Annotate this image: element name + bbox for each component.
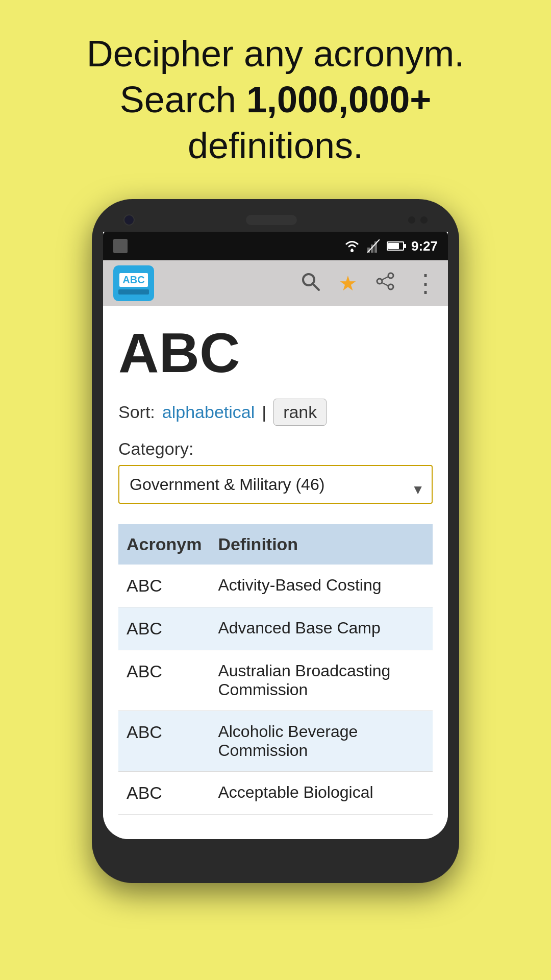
col-header-acronym: Acronym <box>118 524 210 565</box>
more-options-icon[interactable]: ⋮ <box>413 269 438 298</box>
cell-definition: Alcoholic Beverage Commission <box>210 711 433 772</box>
table-row[interactable]: ABCAcceptable Biological <box>118 772 433 815</box>
phone-top <box>103 214 448 226</box>
app-toolbar: ABC ★ <box>103 260 448 306</box>
svg-line-11 <box>382 283 388 286</box>
table-body: ABCActivity-Based CostingABCAdvanced Bas… <box>118 565 433 815</box>
screen-content: ABC Sort: alphabetical | rank Category: … <box>103 306 448 839</box>
cell-acronym: ABC <box>118 607 210 650</box>
table-header-row: Acronym Definition <box>118 524 433 565</box>
cell-acronym: ABC <box>118 565 210 607</box>
svg-line-10 <box>382 277 388 280</box>
hero-section: Decipher any acronym. Search 1,000,000+ … <box>0 0 551 189</box>
cell-acronym: ABC <box>118 711 210 772</box>
phone-screen: 9:27 ABC ★ <box>103 232 448 839</box>
search-icon[interactable] <box>300 271 320 296</box>
hero-line2-bold: 1,000,000+ <box>246 79 431 120</box>
status-time: 9:27 <box>411 238 438 254</box>
svg-point-0 <box>350 249 354 252</box>
toolbar-icons: ★ ⋮ <box>300 269 438 298</box>
svg-point-9 <box>388 284 393 289</box>
sort-label: Sort: <box>118 402 155 422</box>
speaker-grille <box>246 215 297 225</box>
sensor-2 <box>420 216 428 224</box>
category-select-wrapper[interactable]: Government & Military (46) Technology (1… <box>118 465 433 514</box>
favorite-icon[interactable]: ★ <box>339 272 357 295</box>
hero-line2-prefix: Search <box>120 79 246 120</box>
hero-line3: definitions. <box>188 125 363 166</box>
cell-definition: Australian Broadcasting Commission <box>210 650 433 711</box>
status-right: 9:27 <box>344 238 438 254</box>
sensors <box>408 216 428 224</box>
svg-point-8 <box>377 279 382 284</box>
cell-acronym: ABC <box>118 772 210 815</box>
table-row[interactable]: ABCAdvanced Base Camp <box>118 607 433 650</box>
svg-point-7 <box>388 273 393 278</box>
category-label: Category: <box>118 439 433 459</box>
logo-abc-text: ABC <box>119 273 148 287</box>
cell-acronym: ABC <box>118 650 210 711</box>
col-header-definition: Definition <box>210 524 433 565</box>
table-row[interactable]: ABCAlcoholic Beverage Commission <box>118 711 433 772</box>
sort-divider: | <box>262 402 266 422</box>
wifi-icon <box>344 239 360 253</box>
svg-line-6 <box>313 284 319 290</box>
logo-book <box>118 289 149 295</box>
share-icon[interactable] <box>375 272 395 296</box>
status-app-icon <box>113 239 128 253</box>
cell-definition: Activity-Based Costing <box>210 565 433 607</box>
sort-row: Sort: alphabetical | rank <box>118 399 433 426</box>
table-header: Acronym Definition <box>118 524 433 565</box>
app-logo: ABC <box>113 265 154 301</box>
acronym-table: Acronym Definition ABCActivity-Based Cos… <box>118 524 433 815</box>
category-select[interactable]: Government & Military (46) Technology (1… <box>118 465 433 504</box>
hero-line1: Decipher any acronym. <box>87 33 464 74</box>
table-row[interactable]: ABCAustralian Broadcasting Commission <box>118 650 433 711</box>
cell-definition: Acceptable Biological <box>210 772 433 815</box>
table-row[interactable]: ABCActivity-Based Costing <box>118 565 433 607</box>
status-bar: 9:27 <box>103 232 448 260</box>
sensor-1 <box>408 216 415 224</box>
cell-definition: Advanced Base Camp <box>210 607 433 650</box>
sort-rank-button[interactable]: rank <box>273 399 327 426</box>
status-left <box>113 239 128 253</box>
sort-alphabetical-link[interactable]: alphabetical <box>162 402 255 422</box>
front-camera <box>123 214 135 226</box>
acronym-heading: ABC <box>118 322 433 383</box>
battery-icon <box>387 241 404 251</box>
phone-wrapper: 9:27 ABC ★ <box>0 189 551 883</box>
phone-device: 9:27 ABC ★ <box>92 199 459 883</box>
signal-icon <box>367 239 380 253</box>
